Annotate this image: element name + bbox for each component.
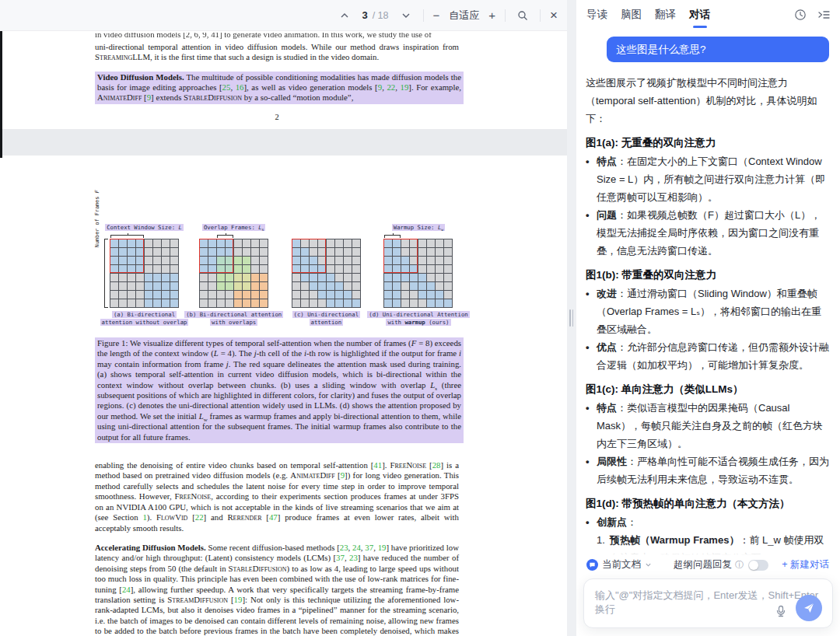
attention-grid-d <box>383 239 453 308</box>
panel-b-label: Overlap Frames: Ls <box>202 224 266 233</box>
chat-input-placeholder: 输入"@"对指定文档提问，Enter发送，Shift+Enter换行 <box>584 579 832 617</box>
figure-panel-b: Overlap Frames: Ls(b) Bi-directional att… <box>194 224 275 327</box>
doc-scope-selector[interactable]: 当前文档 <box>586 558 652 571</box>
pdf-viewer: in video diffusion models [2, 6, 9, 41] … <box>0 0 567 636</box>
panel-c-bracket <box>292 233 361 239</box>
panel-a-caption: (a) Bi-directionalattention without over… <box>100 311 189 327</box>
tab-翻译[interactable]: 翻译 <box>655 0 676 30</box>
chat-input[interactable]: 输入"@"对指定文档提问，Enter发送，Shift+Enter换行 <box>583 578 833 628</box>
pdf-toolbar: 3 / 18 − 自适应 + × <box>0 0 567 31</box>
clock-history-icon[interactable] <box>794 9 807 21</box>
ai-chat-panel: 导读脑图翻译对话 这些图是什么意思? 这些图展示了视频扩散模型中不同时间注意力（… <box>576 0 840 636</box>
panel-c-caption: (c) Uni-directionalattention <box>292 311 360 327</box>
panel-b-caption: (b) Bi-directional attentionwith overlap… <box>184 311 283 327</box>
user-message-text: 这些图是什么意思? <box>616 44 706 55</box>
pdf-paragraph: enabling the denoising of entire video c… <box>95 460 459 533</box>
figure-1: Context Window Size: LNumber of Frames F… <box>95 224 459 327</box>
figure-panel-a: Context Window Size: LNumber of Frames F… <box>95 224 182 327</box>
send-button[interactable] <box>796 595 822 621</box>
panel-d-bracket <box>383 233 453 239</box>
chat-bullet: •优点：允许部分信息跨窗口传递，但仍需额外设计融合逻辑（如加权平均），可能增加计… <box>586 338 829 374</box>
tab-对话[interactable]: 对话 <box>689 0 710 30</box>
zoom-in-button[interactable]: + <box>488 9 495 21</box>
panel-a-label: Context Window Size: L <box>105 224 184 233</box>
close-button[interactable]: × <box>550 9 558 22</box>
chat-bullet: •问题：如果视频总帧数（F）超过窗口大小（L），模型无法捕捉全局时序依赖，因为窗… <box>586 206 829 260</box>
toolbar-divider <box>423 9 424 22</box>
panel-a-bracket <box>110 233 179 239</box>
next-page-button[interactable] <box>398 8 414 23</box>
header-icons <box>794 9 831 21</box>
page-gap <box>0 129 567 156</box>
user-message-bubble: 这些图是什么意思? <box>607 37 829 62</box>
panel-d-caption: (d) Uni-directional Attentionwith warmup… <box>367 311 469 327</box>
chat-header: 导读脑图翻译对话 <box>576 0 840 30</box>
toolbar-divider <box>505 9 506 22</box>
collapse-panel-icon[interactable] <box>817 9 831 21</box>
pdf-clipped-line: in video diffusion models [2, 6, 9, 41] … <box>95 33 476 40</box>
chevron-up-icon <box>340 11 349 20</box>
pdf-page-2: in video diffusion models [2, 6, 9, 41] … <box>0 31 567 129</box>
current-page-input[interactable]: 3 <box>362 9 367 21</box>
attention-grid-c <box>292 239 361 308</box>
beyond-scope-toggle-group: 超纲问题回复 ⓘ <box>674 558 768 571</box>
info-icon: ⓘ <box>735 559 744 571</box>
tab-导读[interactable]: 导读 <box>586 0 607 30</box>
chat-bullet: •创新点： <box>586 513 829 531</box>
panel-b-bracket <box>199 233 268 239</box>
prev-page-button[interactable] <box>337 8 352 23</box>
beyond-scope-toggle[interactable] <box>748 560 768 571</box>
total-pages-label: / 18 <box>373 10 389 21</box>
toolbar-divider <box>540 9 541 22</box>
pane-divider[interactable] <box>567 0 576 636</box>
chat-footer-bar: 当前文档 超纲问题回复 ⓘ + 新建对话 <box>576 543 840 575</box>
mic-icon[interactable] <box>775 605 787 620</box>
zoom-out-button[interactable]: − <box>433 9 440 21</box>
pdf-highlighted-paragraph: Video Diffusion Models. The multitude of… <box>95 72 464 104</box>
search-button[interactable] <box>515 8 530 23</box>
chat-section-heading: 图1(d): 带预热帧的单向注意力（本文方法） <box>586 494 829 512</box>
toggle-knob <box>749 561 758 570</box>
doc-scope-label: 当前文档 <box>602 558 641 571</box>
toggle-label: 超纲问题回复 <box>674 558 732 571</box>
pdf-paragraph: Accelerating Diffusion Models. Some rece… <box>95 543 459 636</box>
chat-section-heading: 图1(c): 单向注意力（类似LLMs） <box>586 380 829 398</box>
chat-message-list: 这些图是什么意思? 这些图展示了视频扩散模型中不同时间注意力（temporal … <box>576 30 840 575</box>
new-chat-button[interactable]: + 新建对话 <box>782 558 829 571</box>
page-number: 2 <box>95 113 459 121</box>
chevron-down-icon <box>645 561 652 568</box>
attention-grid-b <box>199 239 268 308</box>
chat-doc-icon <box>586 559 598 571</box>
figure-panel-c: (c) Uni-directionalattention <box>285 224 366 327</box>
chat-bullet: •局限性：严格单向性可能不适合视频生成任务，因为后续帧无法利用未来信息，导致运动… <box>586 453 829 488</box>
chat-bullet: •改进：通过滑动窗口（Sliding Window）和重叠帧（Overlap F… <box>586 285 829 338</box>
pdf-page-3: Context Window Size: LNumber of Frames F… <box>0 156 567 636</box>
panel-d-label: Warmup Size: Lw <box>392 224 445 233</box>
assistant-intro: 这些图展示了视频扩散模型中不同时间注意力（temporal self-atten… <box>586 74 829 128</box>
frames-axis-label: Number of Frames F <box>94 190 100 247</box>
assistant-message: 这些图展示了视频扩散模型中不同时间注意力（temporal self-atten… <box>586 74 829 575</box>
chat-tabs: 导读脑图翻译对话 <box>586 0 710 30</box>
chat-section-heading: 图1(b): 带重叠的双向注意力 <box>586 266 829 284</box>
chat-section-heading: 图1(a): 无重叠的双向注意力 <box>586 134 829 152</box>
frames-axis-bracket <box>104 239 108 308</box>
chevron-down-icon <box>401 11 411 20</box>
figure-panel-d: Warmup Size: Lw(d) Uni-directional Atten… <box>378 224 459 327</box>
search-icon <box>517 10 528 21</box>
chat-bullet: •特点：在固定大小的上下文窗口（Context Window Size = L）… <box>586 152 829 206</box>
send-icon <box>803 602 815 614</box>
pdf-paragraph: uni-directional temporal attention in vi… <box>95 42 459 63</box>
app-window: in video diffusion models [2, 6, 9, 41] … <box>0 0 840 636</box>
tab-脑图[interactable]: 脑图 <box>621 0 642 30</box>
attention-grid-a <box>110 239 179 308</box>
fit-mode-button[interactable]: 自适应 <box>449 9 479 23</box>
divider-grip-icon[interactable] <box>569 309 574 327</box>
chat-bullet: •特点：类似语言模型中的因果掩码（Causal Mask），每帧只能关注自身及之… <box>586 399 829 453</box>
assistant-sections: 图1(a): 无重叠的双向注意力•特点：在固定大小的上下文窗口（Context … <box>586 134 829 575</box>
figure-1-caption: Figure 1: We visualize different types o… <box>95 337 464 443</box>
